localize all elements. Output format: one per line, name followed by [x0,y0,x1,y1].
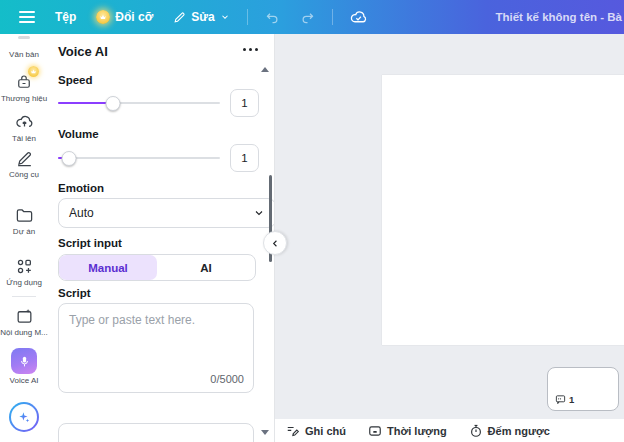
file-button-label: Tệp [55,10,76,24]
folder-icon [14,205,34,225]
bottom-toolbar: Ghi chú Thời lượng Đếm ngược [274,419,624,442]
sidebar-item-label: Văn bản [9,50,39,59]
sparkle-icon [17,409,31,425]
brand-icon [14,72,34,92]
canva-editor: Tệp Đổi cỡ Sửa [0,0,624,442]
scroll-down-icon[interactable] [261,430,269,435]
design-page[interactable] [382,75,624,345]
sidebar-item-projects[interactable]: Dự án [0,205,48,236]
sidebar-item-label: Ứng dụng [6,278,42,287]
tab-manual[interactable]: Manual [59,255,157,280]
emotion-selected-value: Auto [69,206,94,220]
pencil-icon [173,11,186,24]
sidebar-item-label: Thương hiệu [1,94,47,103]
cloud-check-icon [350,9,367,26]
topbar-divider [247,9,248,25]
save-status-button[interactable] [343,5,374,30]
sidebar-item-apps[interactable]: Ứng dụng [0,256,48,287]
sidebar-item-text[interactable]: Văn bản [0,50,48,59]
cloud-upload-icon [14,112,34,132]
sidebar-item-label: Nội dung M... [0,328,48,337]
duration-button[interactable]: Thời lượng [368,424,447,438]
character-counter: 0/5000 [210,373,244,385]
sidebar-item-magic-content[interactable]: Nội dung M... [0,306,48,337]
sidebar-item-voice-ai[interactable]: Voice AI [0,348,48,385]
slider-thumb[interactable] [106,96,121,111]
sidebar-item-label: Dự án [13,227,35,236]
edit-button-label: Sửa [191,10,214,24]
panel-collapse-button[interactable] [263,231,287,255]
slider-track [58,157,220,159]
hamburger-icon [19,11,35,23]
countdown-timer-icon [469,424,483,438]
apps-icon [14,256,34,276]
chevron-down-icon [220,12,230,22]
sidebar-item-tools[interactable]: Công cụ [0,148,48,179]
slider-thumb[interactable] [62,151,77,166]
sidebar-item-label: Công cụ [9,170,39,179]
voice-ai-panel: Voice AI Speed 1 Volume 1 Emotion Auto S… [48,34,275,442]
resize-button[interactable]: Đổi cỡ [89,6,160,28]
page-number: 1 [569,394,574,405]
emotion-select[interactable]: Auto [58,198,275,228]
tab-ai[interactable]: AI [157,255,255,280]
scroll-up-icon[interactable] [261,67,269,72]
topbar: Tệp Đổi cỡ Sửa [0,0,624,34]
chevron-down-icon [253,207,265,219]
volume-label: Volume [58,128,99,140]
volume-value-box[interactable]: 1 [230,144,259,172]
speed-value-box[interactable]: 1 [230,89,259,117]
magic-content-icon [14,306,34,326]
topbar-left: Tệp Đổi cỡ Sửa [0,5,374,30]
undo-button[interactable] [258,6,287,29]
emotion-label: Emotion [58,182,104,194]
topbar-divider [332,9,333,25]
canvas-area: 1 Ghi chú Thời lượng Đếm ngược [274,34,624,442]
speed-slider[interactable] [58,96,220,110]
add-text-to-design-button[interactable]: Add text to design [58,423,254,442]
design-title[interactable]: Thiết kế không tên - Bà [495,0,622,34]
file-button[interactable]: Tệp [48,6,83,28]
pro-crown-badge-icon [28,66,39,77]
volume-slider[interactable] [58,151,220,165]
sidebar-item-label: Tải lên [12,134,36,143]
sidebar-divider [12,296,36,297]
edit-button[interactable]: Sửa [166,6,236,28]
notes-button-label: Ghi chú [305,425,346,437]
magic-assistant-button[interactable] [9,402,39,432]
speed-label: Speed [58,74,93,86]
tools-icon [14,148,34,168]
redo-button[interactable] [293,6,322,29]
duration-button-label: Thời lượng [387,425,447,437]
panel-title: Voice AI [58,44,108,59]
chevron-left-icon [270,238,281,249]
more-options-button[interactable] [243,48,258,51]
resize-button-label: Đổi cỡ [115,10,153,24]
speaker-notes-icon [555,394,566,405]
undo-icon [265,10,280,25]
script-textarea-wrap: 0/5000 [58,303,254,393]
sidebar-item-brand[interactable]: Thương hiệu [0,72,48,103]
voice-ai-icon [11,348,37,374]
text-icon [18,36,30,39]
notes-button[interactable]: Ghi chú [286,424,346,438]
script-input-label: Script input [58,237,122,249]
duration-icon [368,424,382,438]
sidebar-item-label: Voice AI [10,376,39,385]
page-thumbnail[interactable]: 1 [547,367,619,411]
menu-button[interactable] [12,7,42,27]
script-label: Script [58,287,91,299]
pro-crown-icon [96,10,110,24]
script-input-segmented-control: Manual AI [58,254,256,281]
countdown-button-label: Đếm ngược [488,425,550,437]
notes-icon [286,424,300,438]
redo-icon [300,10,315,25]
object-panel-sidebar: Văn bản Thương hiệu Tải lên Công cụ [0,34,48,442]
countdown-button[interactable]: Đếm ngược [469,424,550,438]
sidebar-item-uploads[interactable]: Tải lên [0,112,48,143]
page-thumbnail-footer: 1 [555,394,574,405]
